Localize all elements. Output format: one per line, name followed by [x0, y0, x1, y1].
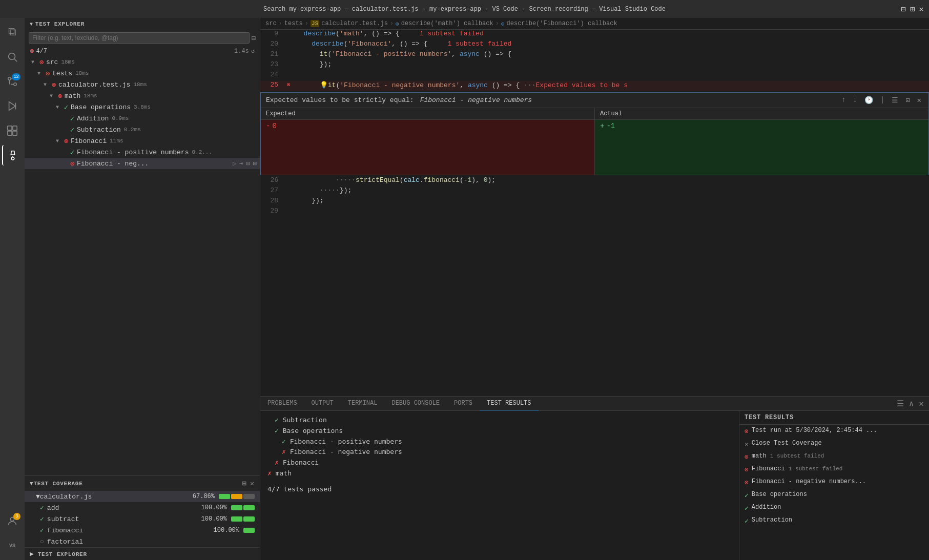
chevron-math: ▼ [47, 93, 55, 99]
tree-item-fibonacci[interactable]: ▼ ⊗ Fibonacci 11ms [25, 135, 260, 147]
coverage-file-pct: 67.86% [184, 493, 215, 500]
filter-row: ⊟ [25, 30, 260, 46]
test-output[interactable]: ✓ Subtraction ✓ Base operations ✓ Fibona… [260, 411, 739, 560]
line-num-29: 29 [260, 207, 283, 215]
item-label-subtraction: Subtraction [77, 126, 121, 134]
activity-test-icon[interactable] [2, 145, 23, 165]
tree-item-addition[interactable]: ✓ Addition 0.9ms [25, 113, 260, 124]
diff-down-btn[interactable]: ↓ [851, 95, 859, 106]
result-close-coverage[interactable]: ✕ Close Test Coverage [739, 438, 929, 450]
result-fibonacci[interactable]: ⊗ Fibonacci 1 subtest failed [739, 463, 929, 476]
tree-item-src[interactable]: ▼ ⊗ src 18ms [25, 56, 260, 68]
tree-item-base-ops[interactable]: ▼ ✓ Base operations 3.8ms [25, 101, 260, 113]
tree-container[interactable]: ▼ ⊗ src 18ms ▼ ⊗ tests 18ms ▼ ⊗ calculat… [25, 56, 260, 475]
tree-item-calculator[interactable]: ▼ ⊗ calculator.test.js 18ms [25, 79, 260, 90]
result-math[interactable]: ⊗ math 1 subtest failed [739, 450, 929, 463]
status-icon-src: ⊗ [37, 58, 46, 67]
results-list[interactable]: ⊗ Test run at 5/30/2024, 2:45:44 ... ✕ C… [739, 425, 929, 560]
result-sub-math: 1 subtest failed [770, 453, 824, 459]
bc-js-icon: JS [311, 20, 319, 27]
goto-test-btn[interactable]: ⊡ [245, 159, 251, 169]
test-explorer-header[interactable]: ▼ TEST EXPLORER [25, 18, 260, 30]
activity-files-icon[interactable]: ⧉ [2, 22, 23, 43]
title-maximize-icon[interactable]: ⊞ [910, 4, 915, 14]
diff-plus-sign: + [600, 122, 604, 130]
result-sub-fibonacci: 1 subtest failed [789, 466, 843, 472]
tree-item-math[interactable]: ▼ ⊗ math 18ms [25, 90, 260, 101]
diff-up-btn[interactable]: ↑ [839, 95, 848, 106]
tab-output[interactable]: OUTPUT [304, 397, 341, 410]
out-fib-negative-text: Fibonacci - negative numbers [290, 448, 402, 455]
coverage-factorial-row[interactable]: ○ factorial [25, 536, 260, 547]
activity-extensions-icon[interactable] [2, 120, 23, 141]
tab-test-results[interactable]: TEST RESULTS [480, 397, 538, 410]
tree-item-fib-positive[interactable]: ✓ Fibonacci - positive numbers 0.2... [25, 147, 260, 158]
tab-ports[interactable]: PORTS [447, 397, 480, 410]
title-close-icon[interactable]: ✕ [919, 4, 924, 14]
filter-icon[interactable]: ⊟ [252, 34, 256, 43]
main-layout: ⧉ 12 3 VS ▼ TEST EXPLORER [0, 18, 929, 560]
status-icon-base-ops: ✓ [61, 103, 71, 112]
svg-point-14 [11, 157, 14, 160]
result-test-run[interactable]: ⊗ Test run at 5/30/2024, 2:45:44 ... [739, 425, 929, 438]
code-view[interactable]: 9 describe('math', () => { 1 subtest fai… [260, 30, 929, 396]
panel-up-icon[interactable]: ∧ [908, 398, 915, 410]
coverage-chevron: ▼ [30, 481, 33, 487]
diff-actual-col: Actual +-1 [595, 108, 928, 175]
coverage-fibonacci-row[interactable]: ✓ fibonacci 100.00% [25, 525, 260, 536]
status-icon-fibonacci: ⊗ [61, 137, 71, 146]
code-line-28: 28 }); [260, 197, 929, 207]
coverage-factorial-name: factorial [47, 538, 220, 546]
result-math-group: math 1 subtest failed [752, 452, 824, 460]
diff-list-btn[interactable]: ☰ [890, 95, 900, 106]
item-label-math: math [65, 92, 80, 100]
coverage-add-row[interactable]: ✓ add 100.00% [25, 502, 260, 513]
tree-item-subtraction[interactable]: ✓ Subtraction 0.2ms [25, 124, 260, 135]
bc-src: src [265, 20, 277, 27]
item-actions-fib-negative: ▷ ⊸ ⊡ ⊟ [232, 159, 260, 169]
out-fibonacci-text: Fibonacci [283, 459, 319, 466]
title-minimize-icon[interactable]: ⊟ [901, 4, 906, 14]
diff-copy-btn[interactable]: ⊡ [903, 95, 912, 106]
activity-settings-icon[interactable]: VS [2, 535, 23, 556]
fail-icon: ⊗ [30, 47, 34, 55]
tab-debug-console[interactable]: DEBUG CONSOLE [384, 397, 447, 410]
activity-source-control-icon[interactable]: 12 [2, 71, 23, 92]
code-line-23: 23 }); [260, 60, 929, 71]
more-options-btn[interactable]: ⊟ [252, 159, 258, 169]
item-label-tests: tests [52, 70, 72, 77]
bottom-test-explorer[interactable]: ▶ TEST EXPLORER [25, 547, 260, 560]
bottom-panel: PROBLEMS OUTPUT TERMINAL DEBUG CONSOLE P… [260, 396, 929, 560]
tab-problems[interactable]: PROBLEMS [260, 397, 304, 410]
result-icon-fibonacci: ⊗ [745, 466, 749, 474]
tab-terminal[interactable]: TERMINAL [341, 397, 385, 410]
panel-list-icon[interactable]: ☰ [896, 398, 905, 410]
coverage-fibonacci-name: fibonacci [47, 527, 209, 534]
diff-close-btn[interactable]: ✕ [915, 95, 923, 106]
item-time-base-ops: 3.8ms [134, 104, 151, 110]
tree-item-tests[interactable]: ▼ ⊗ tests 18ms [25, 68, 260, 79]
coverage-subtract-row[interactable]: ✓ subtract 100.00% [25, 513, 260, 525]
bc-tests: tests [284, 20, 303, 27]
tree-item-fib-negative[interactable]: ⊗ Fibonacci - neg... ▷ ⊸ ⊡ ⊟ [25, 158, 260, 169]
chevron-fibonacci: ▼ [53, 138, 61, 144]
diff-history-btn[interactable]: 🕐 [862, 95, 875, 106]
activity-run-icon[interactable] [2, 96, 23, 116]
coverage-close-icon[interactable]: ✕ [250, 479, 255, 488]
refresh-icon[interactable]: ↺ [251, 47, 255, 55]
activity-accounts-icon[interactable]: 3 [2, 511, 23, 531]
panel-tab-actions: ☰ ∧ ✕ [896, 397, 929, 410]
result-fib-negative[interactable]: ⊗ Fibonacci - negative numbers... [739, 476, 929, 489]
coverage-maximize-icon[interactable]: ⊞ [242, 479, 247, 488]
activity-search-icon[interactable] [2, 47, 23, 67]
run-test-btn[interactable]: ▷ [232, 159, 237, 169]
result-addition[interactable]: ✓ Addition [739, 502, 929, 514]
out-fib-negative: ✗ Fibonacci - negative numbers [267, 447, 732, 458]
result-base-ops[interactable]: ✓ Base operations [739, 489, 929, 502]
filter-input[interactable] [29, 32, 250, 44]
result-text-addition: Addition [752, 504, 924, 511]
coverage-file-row[interactable]: ▼ calculator.js 67.86% [25, 491, 260, 502]
panel-close-icon[interactable]: ✕ [918, 398, 925, 410]
run-debug-btn[interactable]: ⊸ [238, 159, 244, 169]
result-subtraction[interactable]: ✓ Subtraction [739, 514, 929, 527]
